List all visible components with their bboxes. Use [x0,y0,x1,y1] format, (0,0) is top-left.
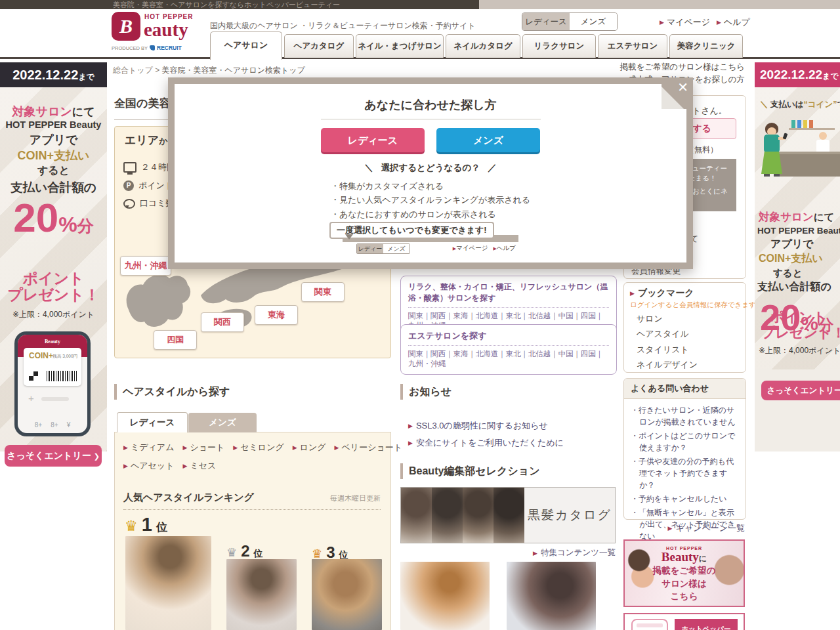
region-button-kansai[interactable]: 関西 [201,312,244,332]
link-medium[interactable]: ▶ミディアム [123,442,174,453]
mini-toggle-mens: メンズ [383,244,410,253]
ranking-photo-3[interactable] [312,559,382,630]
arrow-icon: ▶ [335,444,339,451]
tab-nail-matsuge-salon[interactable]: ネイル・まつげサロン [356,34,444,58]
selection-title-label: Beauty編集部セレクション [409,465,540,478]
hairstyle-photo-bottom-2[interactable] [507,562,596,630]
banner-beauty-text: Beauty [662,550,699,564]
link-semilong[interactable]: ▶セミロング [233,442,284,453]
modal-buttons: レディース メンズ [175,128,686,152]
app-banner-line: ホットペッパー [675,624,738,630]
news-link-safety[interactable]: ▶ 安全にサイトをご利用いただくために [408,437,564,449]
modal-ladies-button[interactable]: レディース [321,128,425,152]
faq-item[interactable]: ・行きたいサロン・近隣のサロンが掲載されていません [631,404,739,428]
question-text: 選択するとどうなるの？ [381,163,480,173]
right-campaign-banner[interactable]: 2022.12.22まで ＼ 支払いは“コイン”で [755,62,840,452]
breadcrumb-home-link[interactable]: 総合トップ [113,66,153,75]
region-button-kyushu-okinawa[interactable]: 九州・沖縄 [120,256,171,276]
banner-target-line: 対象サロンにて [0,104,107,119]
mypage-link[interactable]: ▶ マイページ [660,16,710,28]
hairstyle-tab-ladies[interactable]: レディース [117,412,188,432]
feature-contents-link[interactable]: ▶ 特集コンテンツ一覧 [533,547,616,558]
mypage-label: マイページ [667,16,710,28]
logo-beauty-text[interactable]: eauty [144,19,188,41]
link-label: セミロング [240,442,284,453]
bookmark-naildesign-link[interactable]: ネイルデザイン [637,357,698,372]
bookmark-stylist-link[interactable]: スタイリスト [637,342,698,357]
coin-phone-illustration: Beauty COIN+ 残高 3,000円 + 8+8+¥ [14,331,91,436]
target-salon-text: 対象サロン [759,211,814,222]
ranking-photo-1[interactable] [125,536,211,630]
gender-select-modal: あなたに合わせた探し方 レディース メンズ ＼ 選択するとどうなるの？ ／ ・特… [168,77,693,269]
news-link-ssl[interactable]: ▶ SSL3.0の脆弱性に関するお知らせ [408,420,548,432]
help-link[interactable]: ▶ ヘルプ [717,16,750,28]
mini-toggle-ladies: レディース [357,244,383,253]
hairstyle-tab-mens[interactable]: メンズ [188,413,257,432]
region-button-kanto[interactable]: 関東 [301,282,345,302]
hairstyle-photo-bottom-1[interactable] [400,562,490,630]
entry-cta-button[interactable]: さっそくエントリー [761,381,840,400]
modal-title: あなたに合わせた探し方 [175,97,686,113]
tab-hair-catalog[interactable]: ヘアカタログ [284,34,354,58]
modal-divider [321,119,541,119]
region-button-tokai[interactable]: 東海 [255,305,298,325]
esthe-region-links[interactable]: 関東｜関西｜東海｜北海道｜東北｜北信越｜中国｜四国｜九州・沖縄 [408,346,609,369]
faq-item[interactable]: ・ポイントはどこのサロンで使えますか？ [631,430,739,453]
tab-esthe-salon[interactable]: エステサロン [598,34,667,58]
ranking-photo-2[interactable] [226,559,297,630]
link-mrs[interactable]: ▶ミセス [182,460,216,472]
hotpepper-beauty-logo-icon[interactable]: B [112,12,140,41]
placeholder-row [41,397,69,401]
link-short[interactable]: ▶ショート [182,442,224,453]
close-icon[interactable]: ✕ [677,79,688,95]
gender-toggle-ladies[interactable]: レディース [522,13,570,30]
hairstyle-photo [401,488,432,543]
banner-total-line: 支払い合計額の [755,280,840,294]
banner-app-line: アプリで [755,238,840,251]
nite-text: にて [814,211,835,222]
link-label: ヘアセット [131,460,175,472]
tab-hair-salon[interactable]: ヘアサロン [210,32,282,60]
faq-item[interactable]: ・予約をキャンセルしたい [631,493,739,505]
entry-cta-button[interactable]: さっそくエントリー ❯ [5,445,102,467]
modal-mens-button[interactable]: メンズ [436,128,540,152]
link-hairset[interactable]: ▶ヘアセット [123,460,174,472]
rank-suffix: 位 [156,520,167,535]
help-label: ヘルプ [724,16,750,28]
rank-number: 1 [142,514,152,536]
esthe-search-title[interactable]: エステサロンを探す [408,330,609,346]
banner-coin-line: COIN+支払い [0,148,107,163]
salon-recruit-link[interactable]: 掲載をご希望のサロン様はこちら [620,62,745,73]
campaign-list-link[interactable]: ▶ キャンペーン一覧 [668,522,745,534]
region-button-shikoku[interactable]: 四国 [154,330,197,350]
link-long[interactable]: ▶ロング [293,442,326,453]
app-banner[interactable]: ホットペッパー ビューティーの [623,613,745,630]
faq-item[interactable]: ・子供や友達の分の予約も代理でネット予約できますか？ [631,455,739,491]
left-campaign-banner[interactable]: 2022.12.22まで 対象サロンにて HOT PEPPER Beauty ア… [0,62,107,452]
modal-close-corner: ✕ [662,77,693,109]
gender-toggle-mens[interactable]: メンズ [570,13,617,30]
bookmark-salon-link[interactable]: サロン [637,311,698,326]
news-link-label: SSL3.0の脆弱性に関するお知らせ [416,420,548,432]
banner-ni-text: に [699,554,707,563]
breadcrumb-separator: > [155,66,159,75]
modal-bullet: ・特集がカスタマイズされる [331,179,530,193]
banner-line: サロン様は [625,578,744,591]
banner-percent: 20%分 [0,194,107,241]
bookmark-hairstyle-link[interactable]: ヘアスタイル [637,326,698,341]
faq-title: よくある問い合わせ [624,379,746,399]
kurokami-catalog-banner[interactable]: 黒髪カタログ [400,487,616,543]
banner-recruit-lines: 掲載をご希望の サロン様は こちら [625,564,744,603]
bookmark-note: ログインすると会員情報に保存できます [630,301,756,310]
arrow-icon: ▶ [630,290,635,297]
relax-search-title[interactable]: リラク、整体・カイロ・矯正、リフレッシュサロン（温浴・酸素）サロンを探す [408,282,609,308]
link-veryshort[interactable]: ▶ベリーショート [335,442,402,453]
tab-nail-catalog[interactable]: ネイルカタログ [446,34,520,58]
tab-beauty-clinic[interactable]: 美容クリニック [669,34,743,58]
top-seo-text: 美容院・美容室・ヘアサロンを探すならホットペッパービューティー [0,0,479,9]
campaign-list-label: キャンペーン一覧 [675,522,745,534]
salon-recruit-banner[interactable]: HOT PEPPER Beautyに 掲載をご希望の サロン様は こちら [623,539,745,607]
tab-relax-salon[interactable]: リラクサロン [522,34,596,58]
banner-suruto-line: すると [755,267,840,280]
coin-plus-label: COIN+ [29,351,53,360]
